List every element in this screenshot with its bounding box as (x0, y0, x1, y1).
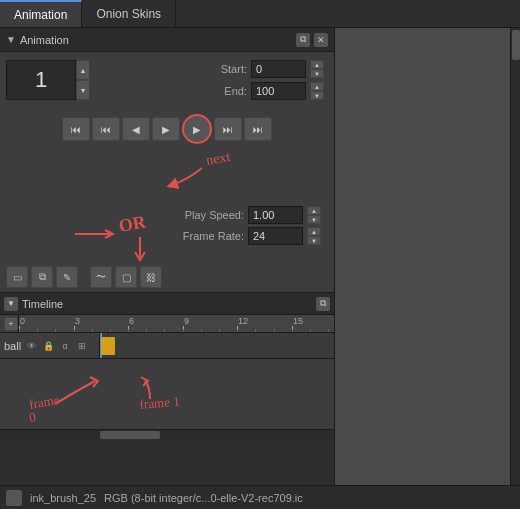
end-spinner: ▲ ▼ (310, 82, 324, 100)
square-layer-icon[interactable]: ▢ (115, 266, 137, 288)
track-ball: ball 👁 🔒 α ⊞ (0, 333, 334, 359)
track-ball-content (100, 333, 334, 358)
frame-rate-row: Frame Rate: 24 ▲ ▼ (174, 227, 324, 245)
frame-display: 1 (6, 60, 76, 100)
timeline-section: ▼ Timeline ⧉ + ball 👁 (0, 293, 334, 509)
track-ball-label: ball 👁 🔒 α ⊞ (0, 333, 100, 358)
end-value: 100 (256, 85, 274, 97)
timeline-header-icons: ⧉ (316, 297, 330, 311)
prev-frame-button[interactable]: ◀ (122, 117, 150, 141)
main-area: ▼ Animation ⧉ ✕ 1 ▲ ▼ (0, 28, 520, 509)
play-speed-spinner: ▲ ▼ (307, 206, 321, 224)
frame-rate-spinner: ▲ ▼ (307, 227, 321, 245)
timeline-icon-1[interactable]: ⧉ (316, 297, 330, 311)
tab-animation-label: Animation (14, 8, 67, 22)
track-alpha-icon[interactable]: α (58, 339, 72, 353)
frame-number: 1 (35, 67, 47, 93)
or-annotation-text: OR (117, 211, 148, 236)
play-button[interactable]: ▶ (152, 117, 180, 141)
next-annotation-text: next (205, 150, 231, 168)
play-speed-up[interactable]: ▲ (307, 206, 321, 215)
frame-number-box: 1 ▲ ▼ (6, 60, 90, 100)
edit-layer-icon[interactable]: ✎ (56, 266, 78, 288)
frame-annotation-area: frame 0 frame 1 (0, 359, 334, 429)
frame-arrows: ▲ ▼ (76, 60, 90, 100)
first-frame-button[interactable]: ⏮ (62, 117, 90, 141)
frame-down-button[interactable]: ▼ (76, 80, 90, 100)
panel-icon-settings[interactable]: ⧉ (296, 33, 310, 47)
track-onion-icon[interactable]: ⊞ (75, 339, 89, 353)
h-scrollbar-thumb[interactable] (100, 431, 160, 439)
timeline-header-bar: ▼ Timeline ⧉ (0, 293, 334, 315)
frame-rate-up[interactable]: ▲ (307, 227, 321, 236)
start-input[interactable]: 0 (251, 60, 306, 78)
next-keyframe-button[interactable]: ⏭ (214, 117, 242, 141)
tab-onion-skins-label: Onion Skins (96, 7, 161, 21)
frame-area: 1 ▲ ▼ Start: 0 ▲ (0, 52, 334, 108)
speed-rate-fields: Play Speed: 1.00 ▲ ▼ Frame Rate: 24 (164, 202, 334, 249)
start-up-button[interactable]: ▲ (310, 60, 324, 69)
status-bar: ink_brush_25 RGB (8-bit integer/c...0-el… (0, 485, 520, 509)
ruler-label-area: + (0, 315, 19, 332)
start-down-button[interactable]: ▼ (310, 69, 324, 78)
waves-icon[interactable]: 〜 (90, 266, 112, 288)
start-spinner: ▲ ▼ (310, 60, 324, 78)
end-field-row: End: 100 ▲ ▼ (209, 82, 324, 100)
timeline-h-scrollbar[interactable] (0, 429, 334, 439)
keyframe-marker[interactable] (101, 337, 115, 355)
copy-layer-icon[interactable]: ⧉ (31, 266, 53, 288)
timeline-panel-title: Timeline (22, 298, 63, 310)
color-info-text: RGB (8-bit integer/c...0-elle-V2-rec709.… (104, 492, 303, 504)
frame-rate-down[interactable]: ▼ (307, 236, 321, 245)
start-value: 0 (256, 63, 262, 75)
start-field-row: Start: 0 ▲ ▼ (209, 60, 324, 78)
tab-bar: Animation Onion Skins (0, 0, 520, 28)
ruler-ticks (19, 315, 334, 332)
new-layer-icon[interactable]: ▭ (6, 266, 28, 288)
annotation-next: next (0, 150, 334, 200)
track-lock-icon[interactable]: 🔒 (41, 339, 55, 353)
play-speed-value: 1.00 (253, 209, 274, 221)
track-visibility-icon[interactable]: 👁 (24, 339, 38, 353)
left-panel: ▼ Animation ⧉ ✕ 1 ▲ ▼ (0, 28, 335, 509)
icon-toolbar: ▭ ⧉ ✎ 〜 ▢ ⛓ (0, 262, 334, 293)
end-up-button[interactable]: ▲ (310, 82, 324, 91)
playback-controls: ⏮ ⏮ ◀ ▶ ▶ ⏭ ⏭ (0, 108, 334, 150)
panel-icon-close[interactable]: ✕ (314, 33, 328, 47)
animation-panel-header: ▼ Animation ⧉ ✕ (0, 28, 334, 52)
ruler-canvas (19, 315, 334, 332)
brush-name-text: ink_brush_25 (30, 492, 96, 504)
timeline-expand-icon[interactable]: ▼ (4, 297, 18, 311)
status-brush-icon (6, 490, 22, 506)
end-down-button[interactable]: ▼ (310, 91, 324, 100)
last-frame-button[interactable]: ⏭ (244, 117, 272, 141)
right-panel (335, 28, 520, 509)
animation-panel-title: Animation (20, 34, 296, 46)
play-speed-down[interactable]: ▼ (307, 215, 321, 224)
frame-annotation-svg: frame 0 frame 1 (0, 359, 320, 429)
frame-0-arrow (55, 381, 95, 404)
frame-0-label: 0 (28, 409, 37, 425)
frame-rate-value: 24 (253, 230, 265, 242)
frame-rate-input[interactable]: 24 (248, 227, 303, 245)
panel-header-icons: ⧉ ✕ (296, 33, 328, 47)
frame-1-annotation: frame 1 (139, 394, 180, 412)
link-icon[interactable]: ⛓ (140, 266, 162, 288)
prev-keyframe-button[interactable]: ⏮ (92, 117, 120, 141)
timeline-add-button[interactable]: + (4, 317, 18, 331)
start-label: Start: (209, 63, 247, 75)
timeline-ruler: + (0, 315, 334, 333)
play-speed-input[interactable]: 1.00 (248, 206, 303, 224)
collapse-triangle[interactable]: ▼ (6, 34, 16, 45)
next-frame-button[interactable]: ▶ (182, 114, 212, 144)
tab-onion-skins[interactable]: Onion Skins (82, 0, 176, 27)
right-scrollbar-thumb[interactable] (512, 30, 520, 60)
end-input[interactable]: 100 (251, 82, 306, 100)
next-annotation-arrow (172, 168, 202, 185)
or-annotation-area: OR Play Speed: 1.00 ▲ ▼ (0, 202, 334, 262)
playback-section: ⏮ ⏮ ◀ ▶ ▶ ⏭ ⏭ next (0, 108, 334, 202)
right-panel-scrollbar[interactable] (510, 28, 520, 485)
tab-animation[interactable]: Animation (0, 0, 82, 27)
track-name-text: ball (4, 340, 21, 352)
frame-up-button[interactable]: ▲ (76, 60, 90, 80)
